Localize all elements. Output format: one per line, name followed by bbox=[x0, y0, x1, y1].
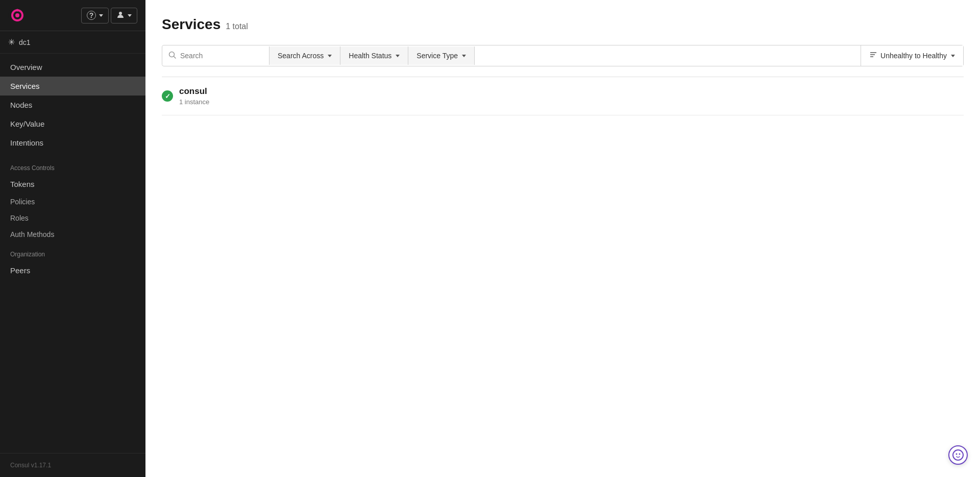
main-content: Services 1 total Search Across Health St… bbox=[145, 0, 980, 132]
sidebar: ? ✳ dc1 Overview Services Nodes Key/Valu… bbox=[0, 0, 145, 477]
sort-label: Unhealthy to Healthy bbox=[880, 52, 947, 60]
svg-point-10 bbox=[956, 454, 958, 455]
svg-point-1 bbox=[15, 13, 19, 17]
dc-label: dc1 bbox=[19, 38, 31, 46]
service-instance-count: 1 instance bbox=[179, 98, 209, 106]
sidebar-item-policies[interactable]: Policies bbox=[0, 194, 145, 210]
user-chevron-icon bbox=[128, 14, 132, 17]
service-name: consul bbox=[179, 86, 209, 97]
search-input[interactable] bbox=[180, 46, 252, 65]
sidebar-item-tokens[interactable]: Tokens bbox=[0, 175, 145, 194]
access-controls-section: Access Controls Tokens Policies Roles Au… bbox=[0, 156, 145, 243]
page-title: Services bbox=[162, 16, 220, 33]
health-status-chevron-icon bbox=[396, 55, 400, 57]
logo-area bbox=[8, 6, 27, 25]
service-info: consul 1 instance bbox=[179, 86, 209, 106]
sort-button[interactable]: Unhealthy to Healthy bbox=[861, 45, 963, 66]
help-widget-face-icon bbox=[952, 449, 964, 461]
sidebar-footer: Consul v1.17.1 bbox=[0, 453, 145, 477]
dc-section[interactable]: ✳ dc1 bbox=[0, 31, 145, 54]
datacenter-icon: ✳ bbox=[8, 37, 15, 47]
service-list: consul 1 instance bbox=[162, 77, 964, 115]
service-type-chevron-icon bbox=[462, 55, 466, 57]
auth-methods-label: Auth Methods bbox=[10, 230, 54, 238]
sidebar-item-overview[interactable]: Overview bbox=[0, 58, 145, 77]
total-count: 1 total bbox=[226, 22, 248, 31]
sort-icon bbox=[869, 51, 877, 61]
help-chevron-icon bbox=[99, 14, 103, 17]
sidebar-header: ? bbox=[0, 0, 145, 31]
sidebar-item-peers[interactable]: Peers bbox=[0, 261, 145, 280]
sidebar-item-intentions[interactable]: Intentions bbox=[0, 133, 145, 152]
policies-label: Policies bbox=[10, 198, 35, 206]
sidebar-item-roles[interactable]: Roles bbox=[0, 210, 145, 226]
intentions-label: Intentions bbox=[10, 138, 43, 147]
search-across-chevron-icon bbox=[328, 55, 332, 57]
header-controls: ? bbox=[81, 8, 137, 23]
organization-section: Organization Peers bbox=[0, 243, 145, 280]
help-button[interactable]: ? bbox=[81, 8, 109, 23]
sidebar-item-key-value[interactable]: Key/Value bbox=[0, 114, 145, 133]
service-type-button[interactable]: Service Type bbox=[408, 46, 475, 65]
tokens-label: Tokens bbox=[10, 180, 35, 188]
svg-point-2 bbox=[16, 9, 19, 12]
help-widget[interactable] bbox=[948, 445, 968, 465]
filters-bar: Search Across Health Status Service Type bbox=[162, 45, 964, 66]
svg-point-9 bbox=[953, 450, 963, 460]
search-input-wrap bbox=[162, 46, 270, 65]
roles-label: Roles bbox=[10, 214, 29, 222]
search-icon bbox=[168, 51, 176, 60]
sidebar-item-services[interactable]: Services bbox=[0, 77, 145, 96]
peers-label: Peers bbox=[10, 266, 30, 275]
access-controls-label: Access Controls bbox=[0, 156, 145, 175]
search-across-label: Search Across bbox=[278, 52, 324, 60]
user-icon bbox=[116, 11, 125, 20]
sidebar-item-nodes[interactable]: Nodes bbox=[0, 96, 145, 114]
health-status-button[interactable]: Health Status bbox=[340, 46, 408, 65]
service-type-label: Service Type bbox=[416, 52, 458, 60]
svg-point-11 bbox=[959, 454, 961, 455]
version-label: Consul v1.17.1 bbox=[10, 462, 51, 469]
consul-logo-icon bbox=[8, 6, 27, 25]
search-across-button[interactable]: Search Across bbox=[270, 46, 340, 65]
page-title-row: Services 1 total bbox=[162, 16, 964, 33]
user-button[interactable] bbox=[111, 8, 137, 23]
health-status-label: Health Status bbox=[349, 52, 391, 60]
sort-chevron-icon bbox=[951, 55, 955, 57]
services-label: Services bbox=[10, 82, 40, 90]
table-row[interactable]: consul 1 instance bbox=[162, 77, 964, 115]
overview-label: Overview bbox=[10, 63, 42, 71]
main-nav: Overview Services Nodes Key/Value Intent… bbox=[0, 54, 145, 156]
main-content-area: Services 1 total Search Across Health St… bbox=[145, 0, 980, 477]
health-healthy-icon bbox=[162, 90, 173, 102]
svg-point-3 bbox=[119, 12, 122, 15]
sidebar-item-auth-methods[interactable]: Auth Methods bbox=[0, 226, 145, 243]
question-icon: ? bbox=[87, 11, 96, 20]
nodes-label: Nodes bbox=[10, 101, 32, 109]
organization-label: Organization bbox=[0, 243, 145, 261]
svg-line-5 bbox=[174, 57, 176, 59]
key-value-label: Key/Value bbox=[10, 120, 44, 128]
